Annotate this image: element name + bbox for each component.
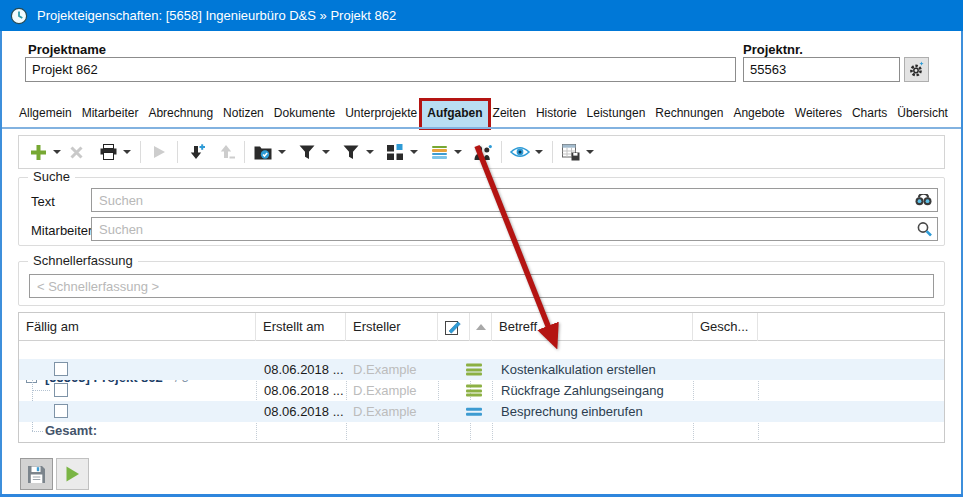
tab-label: Zeiten (493, 106, 526, 120)
tab-label: Rechnungen (655, 106, 723, 120)
view-dropdown[interactable] (532, 139, 546, 165)
filter-button[interactable] (295, 139, 319, 165)
toolbar-separator (552, 141, 553, 163)
window-border-bottom (0, 494, 963, 497)
priority-blue-icon (466, 406, 482, 417)
tab-weiteres[interactable]: Weiteres (790, 100, 847, 127)
cell-betreff: Besprechung einberufen (501, 401, 643, 422)
search-mitarbeiter-label: Mitarbeiter (31, 223, 92, 238)
search-groupbox: Suche Text Mitarbeiter (18, 177, 945, 246)
move-up-remove-button[interactable] (214, 139, 238, 165)
save-button[interactable] (20, 458, 53, 490)
tab-unterprojekte[interactable]: Unterprojekte (340, 100, 422, 127)
row-checkbox[interactable] (54, 383, 68, 397)
filter-dropdown[interactable] (319, 139, 333, 165)
quick-entry-legend: Schnellerfassung (28, 253, 138, 269)
search-text-input[interactable] (91, 188, 938, 212)
projektnr-field[interactable] (743, 57, 900, 82)
table-group-row[interactable]: [55563] Projekt 862 / 3 (19, 341, 944, 359)
row-checkbox[interactable] (54, 404, 68, 418)
add-dropdown[interactable] (50, 139, 64, 165)
tab-mitarbeiter[interactable]: Mitarbeiter (77, 100, 144, 127)
magnifier-icon[interactable] (917, 222, 932, 237)
group-blocks-dropdown[interactable] (407, 139, 421, 165)
view-button[interactable] (508, 139, 532, 165)
tab-label: Notizen (223, 106, 264, 120)
gear-icon (908, 61, 925, 78)
search-mitarbeiter-input[interactable] (91, 217, 938, 241)
add-button[interactable] (26, 139, 50, 165)
arrow-down-plus-icon (188, 144, 205, 160)
search-mitarbeiter-wrap (91, 217, 938, 241)
note-edit-icon (445, 319, 462, 335)
delete-button[interactable] (64, 139, 88, 165)
tab-label: Mitarbeiter (82, 106, 139, 120)
filter-advanced-button[interactable] (339, 139, 363, 165)
toolbar-separator (177, 141, 178, 163)
print-button[interactable] (96, 139, 120, 165)
column-header-geschaeftlich[interactable]: Gesch... (693, 313, 758, 341)
tab-notizen[interactable]: Notizen (218, 100, 269, 127)
priority-lines-dropdown[interactable] (451, 139, 465, 165)
move-down-add-button[interactable] (184, 139, 208, 165)
grid-export-dropdown[interactable] (583, 139, 597, 165)
tab-dokumente[interactable]: Dokumente (269, 100, 340, 127)
tab-historie[interactable]: Historie (531, 100, 582, 127)
table-row[interactable]: 08.06.2018 ... D.Example Besprechung ein… (19, 401, 944, 422)
cell-erstellt-am: 08.06.2018 ... (264, 401, 344, 422)
tab-aufgaben[interactable]: Aufgaben (422, 100, 487, 127)
tab-abrechnung[interactable]: Abrechnung (143, 100, 218, 127)
search-legend: Suche (28, 169, 75, 185)
printer-icon (100, 144, 117, 160)
tab-allgemein[interactable]: Allgemein (14, 100, 77, 127)
grid-export-button[interactable] (559, 139, 583, 165)
column-header-faellig-am[interactable]: Fällig am (19, 313, 256, 341)
column-header-betreff[interactable]: Betreff (492, 313, 693, 341)
print-dropdown[interactable] (120, 139, 134, 165)
task-toolbar (18, 135, 945, 169)
assign-person-button[interactable] (471, 139, 495, 165)
table-save-icon (562, 144, 580, 161)
quick-entry-groupbox: Schnellerfassung (18, 261, 945, 306)
projektname-field[interactable] (25, 57, 736, 82)
tab-angebote[interactable]: Angebote (728, 100, 789, 127)
tab-label: Angebote (733, 106, 784, 120)
filter-funnel-icon (299, 145, 315, 160)
group-blocks-button[interactable] (383, 139, 407, 165)
tab-label: Historie (536, 106, 577, 120)
table-row[interactable]: 08.06.2018 ... D.Example Rückfrage Zahlu… (19, 380, 944, 401)
window-border-left (0, 31, 2, 497)
priority-lines-icon (432, 145, 447, 160)
quick-entry-input[interactable] (29, 274, 934, 298)
tab-uebersicht[interactable]: Übersicht (892, 100, 953, 127)
filter-advanced-dropdown[interactable] (363, 139, 377, 165)
tab-label: Aufgaben (427, 106, 482, 120)
folder-check-button[interactable] (251, 139, 275, 165)
total-row-label: Gesamt: (45, 422, 97, 440)
tab-zeiten[interactable]: Zeiten (488, 100, 531, 127)
projektnr-settings-button[interactable] (904, 57, 929, 82)
tab-strip-underline (0, 127, 963, 129)
folder-check-dropdown[interactable] (275, 139, 289, 165)
tab-bar: Allgemein Mitarbeiter Abrechnung Notizen… (14, 100, 953, 127)
folder-check-icon (254, 145, 272, 160)
column-header-ersteller[interactable]: Ersteller (346, 313, 438, 341)
binoculars-icon[interactable] (915, 194, 932, 206)
priority-green-icon (466, 383, 482, 398)
run-button[interactable] (147, 139, 171, 165)
tab-leistungen[interactable]: Leistungen (582, 100, 651, 127)
column-header-erstellt-am[interactable]: Erstellt am (256, 313, 346, 341)
cell-betreff: Rückfrage Zahlungseingang (501, 380, 664, 401)
plus-icon (31, 145, 46, 160)
row-checkbox[interactable] (54, 362, 68, 376)
arrow-up-minus-icon (218, 144, 235, 160)
column-header-sort[interactable] (470, 313, 492, 341)
tab-label: Unterprojekte (345, 106, 417, 120)
priority-lines-button[interactable] (427, 139, 451, 165)
tab-rechnungen[interactable]: Rechnungen (650, 100, 728, 127)
table-row[interactable]: 08.06.2018 ... D.Example Kostenkalkulati… (19, 359, 944, 380)
tab-label: Leistungen (587, 106, 646, 120)
tab-charts[interactable]: Charts (847, 100, 892, 127)
column-header-note[interactable] (438, 313, 470, 341)
execute-button[interactable] (56, 458, 89, 490)
